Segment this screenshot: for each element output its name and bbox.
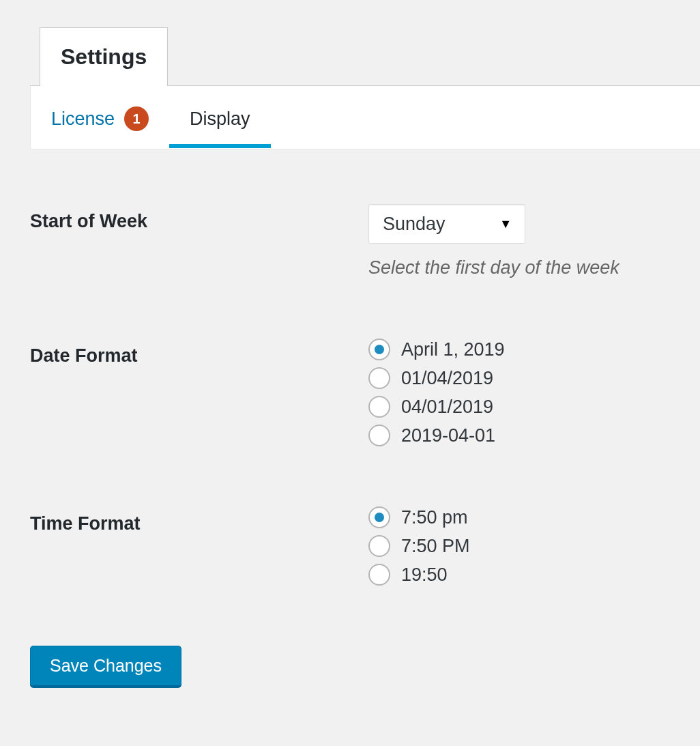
time-format-option-2-label: 19:50: [401, 564, 448, 586]
control-start-of-week: Sunday ▼ Select the first day of the wee…: [368, 204, 680, 278]
sub-tabs: License 1 Display: [30, 86, 700, 149]
subtab-display[interactable]: Display: [190, 109, 250, 131]
date-format-option-1-label: 01/04/2019: [401, 368, 493, 389]
start-of-week-help: Select the first day of the week: [368, 257, 680, 278]
label-date-format: Date Format: [30, 339, 368, 367]
tab-settings[interactable]: Settings: [40, 27, 168, 86]
radio-icon: [368, 564, 390, 586]
time-format-option-1[interactable]: 7:50 PM: [368, 535, 680, 557]
start-of-week-select-wrap: Sunday ▼: [368, 204, 525, 244]
row-time-format: Time Format 7:50 pm 7:50 PM 19:50: [30, 506, 680, 586]
radio-icon: [368, 506, 390, 528]
main-tabs: Settings: [30, 27, 700, 86]
date-format-option-1[interactable]: 01/04/2019: [368, 367, 680, 389]
date-format-radio-group: April 1, 2019 01/04/2019 04/01/2019 2019…: [368, 339, 680, 446]
subtab-license-label: License: [51, 109, 115, 130]
row-date-format: Date Format April 1, 2019 01/04/2019 04/…: [30, 339, 680, 446]
date-format-option-2-label: 04/01/2019: [401, 397, 493, 418]
settings-form: Start of Week Sunday ▼ Select the first …: [30, 149, 700, 687]
control-time-format: 7:50 pm 7:50 PM 19:50: [368, 506, 680, 586]
time-format-option-2[interactable]: 19:50: [368, 564, 680, 586]
time-format-radio-group: 7:50 pm 7:50 PM 19:50: [368, 506, 680, 586]
time-format-option-0-label: 7:50 pm: [401, 507, 468, 528]
subtab-license[interactable]: License 1: [51, 106, 149, 132]
start-of-week-select[interactable]: Sunday: [368, 204, 525, 244]
time-format-option-1-label: 7:50 PM: [401, 536, 470, 557]
radio-icon: [368, 425, 390, 446]
radio-icon: [368, 535, 390, 557]
date-format-option-3[interactable]: 2019-04-01: [368, 425, 680, 446]
radio-icon: [368, 339, 390, 360]
save-button[interactable]: Save Changes: [30, 646, 181, 687]
time-format-option-0[interactable]: 7:50 pm: [368, 506, 680, 528]
date-format-option-0-label: April 1, 2019: [401, 339, 505, 360]
license-badge: 1: [124, 106, 149, 131]
label-time-format: Time Format: [30, 506, 368, 534]
radio-icon: [368, 396, 390, 418]
date-format-option-2[interactable]: 04/01/2019: [368, 396, 680, 418]
control-date-format: April 1, 2019 01/04/2019 04/01/2019 2019…: [368, 339, 680, 446]
label-start-of-week: Start of Week: [30, 204, 368, 232]
row-start-of-week: Start of Week Sunday ▼ Select the first …: [30, 204, 680, 278]
radio-icon: [368, 367, 390, 389]
date-format-option-3-label: 2019-04-01: [401, 425, 495, 446]
date-format-option-0[interactable]: April 1, 2019: [368, 339, 680, 360]
